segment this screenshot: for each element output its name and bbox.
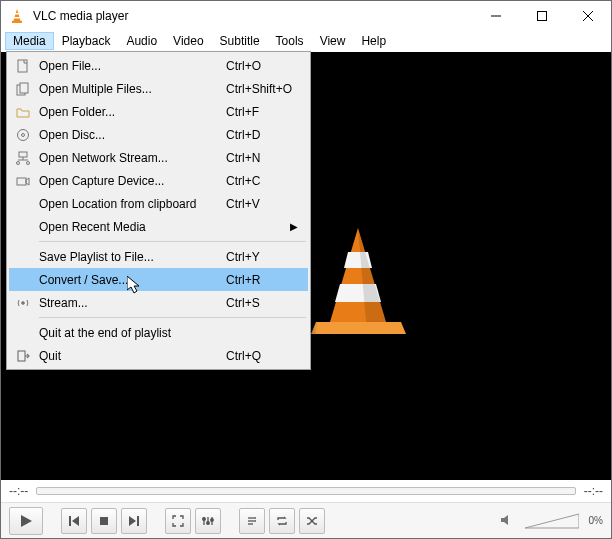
menu-item-open-location-from-clipboard[interactable]: Open Location from clipboardCtrl+V [9, 192, 308, 215]
menu-item-shortcut: Ctrl+Shift+O [226, 82, 308, 96]
files-icon [9, 82, 37, 96]
menu-subtitle[interactable]: Subtitle [212, 32, 268, 50]
network-icon [9, 151, 37, 165]
time-elapsed: --:-- [9, 484, 28, 498]
folder-icon [9, 105, 37, 119]
svg-point-40 [27, 161, 30, 164]
menu-help[interactable]: Help [353, 32, 394, 50]
svg-point-43 [22, 301, 25, 304]
menu-item-save-playlist-to-file[interactable]: Save Playlist to File...Ctrl+Y [9, 245, 308, 268]
svg-marker-18 [129, 516, 136, 526]
controls-toolbar: 0% [1, 502, 611, 538]
menu-item-shortcut: Ctrl+R [226, 273, 308, 287]
svg-marker-14 [21, 515, 32, 527]
menu-separator [39, 317, 306, 318]
menu-item-open-network-stream[interactable]: Open Network Stream...Ctrl+N [9, 146, 308, 169]
svg-rect-31 [18, 60, 27, 72]
menu-tools[interactable]: Tools [268, 32, 312, 50]
menu-item-open-multiple-files[interactable]: Open Multiple Files...Ctrl+Shift+O [9, 77, 308, 100]
menu-video[interactable]: Video [165, 32, 211, 50]
svg-rect-5 [538, 12, 547, 21]
menu-item-shortcut: Ctrl+V [226, 197, 308, 211]
menu-item-label: Open Multiple Files... [37, 82, 226, 96]
stop-button[interactable] [91, 508, 117, 534]
extended-settings-button[interactable] [195, 508, 221, 534]
menu-item-convert-save[interactable]: Convert / Save...Ctrl+R [9, 268, 308, 291]
menu-item-shortcut: Ctrl+O [226, 59, 308, 73]
stream-icon [9, 296, 37, 310]
previous-button[interactable] [61, 508, 87, 534]
svg-rect-2 [15, 13, 20, 15]
svg-rect-41 [17, 178, 26, 185]
menu-item-shortcut: Ctrl+Q [226, 349, 308, 363]
menu-item-label: Save Playlist to File... [37, 250, 226, 264]
menu-item-shortcut: Ctrl+Y [226, 250, 308, 264]
play-button[interactable] [9, 507, 43, 535]
quit-icon [9, 349, 37, 363]
menu-item-shortcut: Ctrl+S [226, 296, 308, 310]
close-button[interactable] [565, 1, 611, 31]
window-controls [473, 1, 611, 31]
file-icon [9, 59, 37, 73]
menu-separator [39, 241, 306, 242]
svg-marker-10 [311, 322, 406, 334]
menu-item-stream[interactable]: Stream...Ctrl+S [9, 291, 308, 314]
volume-slider[interactable] [525, 512, 579, 530]
menu-audio[interactable]: Audio [118, 32, 165, 50]
speaker-icon[interactable] [499, 512, 517, 530]
menu-item-label: Open Network Stream... [37, 151, 226, 165]
svg-rect-15 [69, 516, 71, 526]
menu-item-shortcut: Ctrl+C [226, 174, 308, 188]
menu-item-label: Open Location from clipboard [37, 197, 226, 211]
svg-marker-16 [72, 516, 79, 526]
menu-item-label: Stream... [37, 296, 226, 310]
menu-item-open-folder[interactable]: Open Folder...Ctrl+F [9, 100, 308, 123]
menu-view[interactable]: View [312, 32, 354, 50]
menu-item-open-disc[interactable]: Open Disc...Ctrl+D [9, 123, 308, 146]
menu-item-quit[interactable]: QuitCtrl+Q [9, 344, 308, 367]
svg-marker-30 [525, 514, 579, 528]
maximize-button[interactable] [519, 1, 565, 31]
menu-playback[interactable]: Playback [54, 32, 119, 50]
loop-button[interactable] [269, 508, 295, 534]
svg-point-35 [22, 133, 25, 136]
menu-item-label: Convert / Save... [37, 273, 226, 287]
svg-point-25 [211, 518, 214, 521]
media-menu-dropdown: Open File...Ctrl+OOpen Multiple Files...… [6, 51, 311, 370]
menu-item-open-file[interactable]: Open File...Ctrl+O [9, 54, 308, 77]
menu-item-shortcut: Ctrl+F [226, 105, 308, 119]
menu-item-shortcut: Ctrl+D [226, 128, 308, 142]
menubar: MediaPlaybackAudioVideoSubtitleToolsView… [1, 31, 611, 52]
window-title: VLC media player [33, 9, 473, 23]
time-total: --:-- [584, 484, 603, 498]
menu-item-label: Open Recent Media [37, 220, 226, 234]
svg-rect-44 [18, 351, 25, 361]
disc-icon [9, 128, 37, 142]
menu-item-label: Open File... [37, 59, 226, 73]
menu-item-open-capture-device[interactable]: Open Capture Device...Ctrl+C [9, 169, 308, 192]
app-cone-icon [9, 8, 25, 24]
fullscreen-button[interactable] [165, 508, 191, 534]
menu-item-quit-at-the-end-of-playlist[interactable]: Quit at the end of playlist [9, 321, 308, 344]
next-button[interactable] [121, 508, 147, 534]
shuffle-button[interactable] [299, 508, 325, 534]
vlc-cone-icon [306, 222, 411, 342]
svg-rect-3 [14, 17, 20, 19]
menu-item-open-recent-media[interactable]: Open Recent Media▶ [9, 215, 308, 238]
capture-icon [9, 174, 37, 188]
menu-item-label: Quit [37, 349, 226, 363]
volume-label: 0% [589, 515, 603, 526]
svg-marker-0 [13, 9, 21, 22]
seek-slider[interactable] [36, 487, 575, 495]
svg-rect-33 [20, 83, 28, 93]
minimize-button[interactable] [473, 1, 519, 31]
svg-point-39 [17, 161, 20, 164]
svg-rect-17 [100, 517, 108, 525]
svg-rect-36 [19, 152, 27, 157]
menu-item-label: Quit at the end of playlist [37, 326, 226, 340]
svg-rect-19 [137, 516, 139, 526]
menu-item-label: Open Disc... [37, 128, 226, 142]
playlist-button[interactable] [239, 508, 265, 534]
menu-media[interactable]: Media [5, 32, 54, 50]
svg-point-23 [203, 517, 206, 520]
